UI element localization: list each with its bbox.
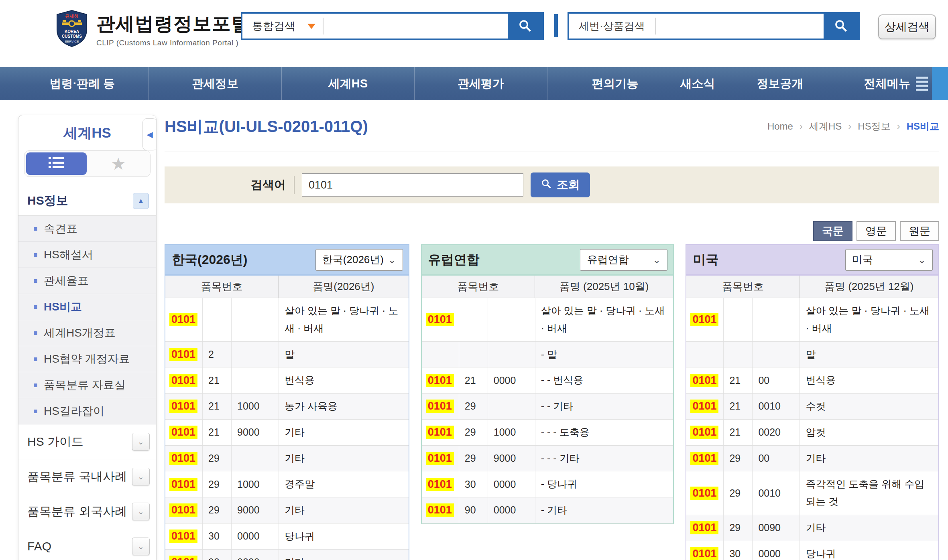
cell-item-name: 농가 사육용 xyxy=(279,394,409,419)
svg-text:관세청: 관세청 xyxy=(65,14,79,18)
hs-search-button[interactable] xyxy=(824,14,858,39)
collapse-up-icon[interactable]: ▲ xyxy=(133,193,149,209)
korean-button[interactable]: 국문 xyxy=(813,221,852,241)
cell-statcode: 9000 xyxy=(231,420,279,445)
cell-subheading: 29 xyxy=(459,394,488,419)
breadcrumb-hs-info[interactable]: HS정보 xyxy=(858,120,890,133)
sidebar-item-classification-archive[interactable]: 품목분류 자료실 xyxy=(18,372,156,398)
cell-subheading: 29 xyxy=(459,446,488,471)
table-row: 말 xyxy=(686,342,938,368)
english-button[interactable]: 영문 xyxy=(856,221,896,241)
chevron-down-icon[interactable]: ⌄ xyxy=(132,468,150,485)
nav-item-valuation[interactable]: 관세평가 xyxy=(415,67,547,100)
chevron-down-icon[interactable]: ⌄ xyxy=(132,538,150,555)
favorites-button[interactable]: ★ xyxy=(88,152,149,175)
cell-code: 0101 xyxy=(422,298,459,341)
cell-item-name: - - 번식용 xyxy=(535,367,673,393)
nav-item-world-hs[interactable]: 세계HS xyxy=(282,67,415,100)
cell-item-name: - 말 xyxy=(535,342,673,367)
original-button[interactable]: 원문 xyxy=(900,221,939,241)
hs-table-usa: 미국 미국 ⌄ 품목번호 품명 (2025년 12월) 0101살아 있는 말 … xyxy=(686,244,939,560)
table-row: 0101300000- 당나귀 xyxy=(422,471,673,497)
language-buttons: 국문 영문 원문 xyxy=(165,221,939,241)
breadcrumb-home[interactable]: Home xyxy=(767,121,793,132)
nav-item-convenience[interactable]: 편의기능 xyxy=(571,67,659,100)
unified-search-button[interactable] xyxy=(508,14,542,39)
logo[interactable]: 관세청 KOREA CUSTOMS SERVICE 관세법령정보포털 CLIP … xyxy=(55,10,250,49)
nav-item-news[interactable]: 새소식 xyxy=(659,67,736,100)
all-menu-button[interactable]: 전체메뉴 xyxy=(848,67,932,100)
cell-statcode: 1000 xyxy=(231,394,279,419)
unified-search-input[interactable] xyxy=(323,14,508,39)
cell-item-name: 기타 xyxy=(279,446,409,471)
sidebar-item-quick-table[interactable]: 속견표 xyxy=(18,216,156,242)
breadcrumb: Home › 세계HS › HS정보 › HS비교 xyxy=(767,120,939,133)
list-view-button[interactable] xyxy=(26,152,87,175)
star-icon: ★ xyxy=(111,154,126,174)
cell-code: 0101 xyxy=(422,471,459,497)
cell-code: 0101 xyxy=(165,298,202,341)
table-row: 0101219000기타 xyxy=(165,420,409,446)
nav-item-customs-info[interactable]: 관세정보 xyxy=(149,67,282,100)
sidebar-item-hs-compare[interactable]: HS비교 xyxy=(18,294,156,320)
table-row: 0101살아 있는 말 · 당나귀 · 노새 · 버새 xyxy=(686,298,938,342)
sidebar-item-hs-commentary[interactable]: HS해설서 xyxy=(18,242,156,268)
search-category-dropdown[interactable]: 통합검색 xyxy=(242,19,323,33)
sidebar-item-hs-convention[interactable]: HS협약 개정자료 xyxy=(18,346,156,372)
sidebar-item-hs-guide[interactable]: HS 가이드 ⌄ xyxy=(18,424,156,459)
chevron-down-icon[interactable]: ⌄ xyxy=(132,503,150,520)
search-term-label: 검색어 xyxy=(251,177,286,193)
search-term-input[interactable] xyxy=(302,173,523,197)
section-label: HS정보 xyxy=(27,193,68,209)
table-row: 0101210020암컷 xyxy=(686,420,938,446)
sidebar-item-hs-guidebook[interactable]: HS길라잡이 xyxy=(18,398,156,424)
nav-item-disclosure[interactable]: 정보공개 xyxy=(736,67,824,100)
country-select[interactable]: 한국(2026년) ⌄ xyxy=(315,249,403,271)
sidebar-title: 세계HS xyxy=(63,124,111,142)
breadcrumb-world-hs[interactable]: 세계HS xyxy=(809,120,842,133)
hs-table-eu: 유럽연합 유럽연합 ⌄ 품목번호 품명 (2025년 10월) 0101살아 있… xyxy=(421,244,674,524)
sidebar-item-tariff-table[interactable]: 관세율표 xyxy=(18,268,156,294)
sidebar-item-foreign-cases[interactable]: 품목분류 외국사례 ⌄ xyxy=(18,494,156,529)
unified-search-box: 통합검색 xyxy=(241,12,544,40)
all-menu-label: 전체메뉴 xyxy=(864,76,910,92)
search-panel: 검색어 조회 xyxy=(165,166,939,203)
cell-subheading: 29 xyxy=(723,515,752,541)
cell-code: 0101 xyxy=(165,394,202,419)
cell-statcode: 0000 xyxy=(752,541,799,560)
table-row: 0101210010수컷 xyxy=(686,394,938,420)
chevron-down-icon[interactable]: ⌄ xyxy=(132,433,150,450)
cell-item-name: 살아 있는 말 · 당나귀 · 노새 · 버새 xyxy=(535,298,673,341)
hs-search-input[interactable] xyxy=(656,14,824,39)
sidebar-item-world-hs-revision[interactable]: 세계HS개정표 xyxy=(18,320,156,346)
bullet-icon xyxy=(34,227,37,231)
hs-code-highlight: 0101 xyxy=(169,503,197,517)
sidebar-section-hs-info[interactable]: HS정보 ▲ xyxy=(18,186,156,215)
cell-code: 0101 xyxy=(165,471,202,497)
hamburger-icon xyxy=(916,77,928,91)
column-header-code: 품목번호 xyxy=(686,276,799,298)
country-select[interactable]: 유럽연합 ⌄ xyxy=(580,249,667,271)
advanced-search-button[interactable]: 상세검색 xyxy=(878,14,936,39)
nav-pad xyxy=(0,67,16,100)
sidebar-collapse-button[interactable]: ◀ xyxy=(142,118,157,150)
hs-code-highlight: 0101 xyxy=(690,374,718,387)
country-select[interactable]: 미국 ⌄ xyxy=(845,249,933,271)
nav-item-laws[interactable]: 법령·판례 등 xyxy=(16,67,149,100)
cell-item-name: 당나귀 xyxy=(799,541,938,560)
column-headers: 품목번호 품명 (2025년 12월) xyxy=(686,276,938,298)
sidebar-item-domestic-cases[interactable]: 품목분류 국내사례 ⌄ xyxy=(18,459,156,494)
cell-code: 0101 xyxy=(165,420,202,445)
lookup-button[interactable]: 조회 xyxy=(531,172,590,197)
bullet-icon xyxy=(34,383,37,387)
cell-subheading: 29 xyxy=(723,446,752,471)
cell-item-name: 즉각적인 도축을 위해 수입되는 것 xyxy=(799,471,938,515)
bullet-icon xyxy=(34,357,37,361)
cell-code: 0101 xyxy=(686,515,723,541)
column-headers: 품목번호 품명(2026년) xyxy=(165,276,409,298)
bullet-icon xyxy=(34,331,37,335)
table-row: 0101900000기타 xyxy=(165,550,409,560)
cell-statcode: 0000 xyxy=(231,523,279,549)
sidebar-item-faq[interactable]: FAQ ⌄ xyxy=(18,529,156,560)
cell-subheading: 30 xyxy=(202,523,231,549)
